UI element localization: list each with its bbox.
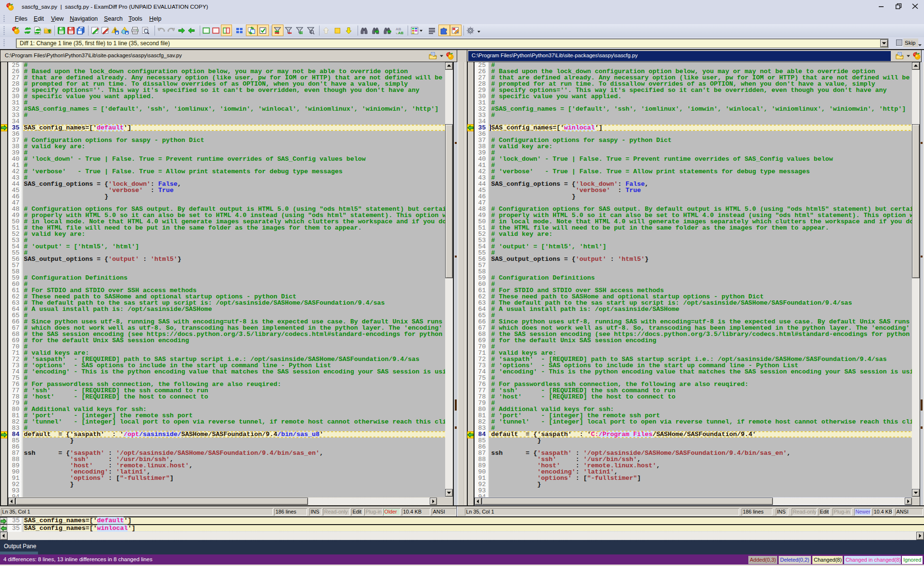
svg-text:AB: AB	[398, 31, 403, 35]
